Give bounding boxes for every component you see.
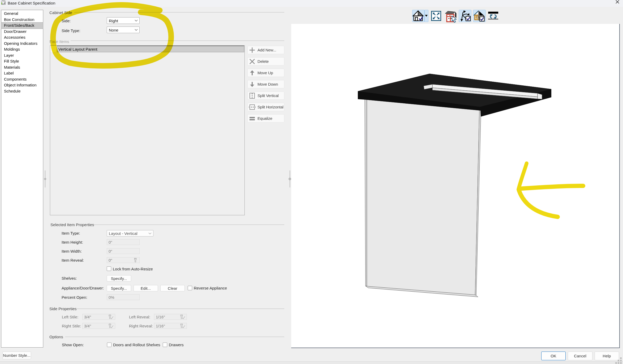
svg-text:CA: CA bbox=[2, 2, 5, 5]
